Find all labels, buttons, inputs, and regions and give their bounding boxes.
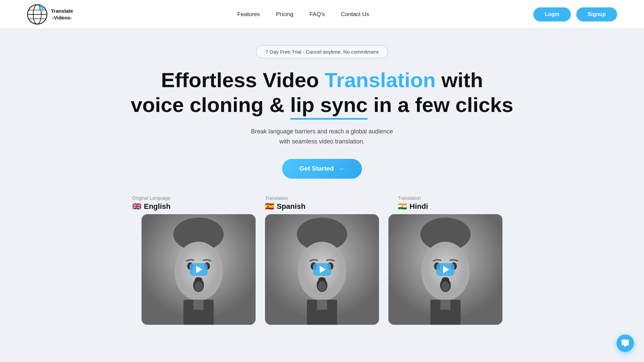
hero-subtitle: Break language barriers and reach a glob… (251, 126, 393, 147)
svg-rect-28 (317, 300, 327, 310)
login-button[interactable]: Login (533, 7, 571, 21)
demo-lang-1: 🇪🇸 Spanish (265, 202, 379, 211)
nav-features[interactable]: Features (237, 11, 260, 18)
hero-title: Effortless Video Translation with voice … (131, 68, 514, 118)
demo-video-card-0[interactable] (142, 214, 256, 325)
flag-1: 🇪🇸 (265, 202, 274, 211)
trial-badge: 7 Day Free Trial - Cancel anytime, No co… (256, 45, 388, 58)
play-button-2[interactable] (436, 263, 454, 276)
demo-label-title-0: Original Language (132, 195, 246, 201)
demo-label-title-1: Translation (265, 195, 379, 201)
demo-label-0: Original Language 🇬🇧 English (132, 195, 246, 211)
demo-label-1: Translation 🇪🇸 Spanish (265, 195, 379, 211)
demo-videos (127, 214, 517, 325)
demo-labels: Original Language 🇬🇧 English Translation… (127, 195, 517, 211)
demo-label-2: Translation 🇮🇳 Hindi (398, 195, 512, 211)
svg-point-15 (195, 281, 203, 291)
signup-button[interactable]: Signup (576, 7, 617, 21)
svg-rect-39 (440, 300, 450, 310)
logo-text: Translate -Videos- (51, 8, 73, 21)
video-thumbnail-1 (265, 214, 379, 325)
demo-lang-0: 🇬🇧 English (132, 202, 246, 211)
play-button-0[interactable] (190, 263, 208, 276)
demo-video-card-1[interactable] (265, 214, 379, 325)
chat-icon (621, 339, 630, 348)
site-header: ✕ Translate -Videos- Features Pricing FA… (0, 0, 644, 28)
demo-section: Original Language 🇬🇧 English Translation… (127, 195, 517, 325)
main-nav: Features Pricing FAQ's Contact Us (237, 11, 369, 18)
play-icon-0 (196, 266, 202, 273)
logo-icon: ✕ (27, 4, 48, 25)
play-icon-2 (443, 266, 449, 273)
demo-video-card-2[interactable] (388, 214, 502, 325)
nav-pricing[interactable]: Pricing (276, 11, 293, 18)
demo-label-title-2: Translation (398, 195, 512, 201)
get-started-button[interactable]: Get Started → (282, 159, 362, 179)
language-1: Spanish (277, 202, 306, 211)
flag-0: 🇬🇧 (132, 202, 141, 211)
video-thumbnail-2 (388, 214, 502, 325)
flag-2: 🇮🇳 (398, 202, 407, 211)
nav-faqs[interactable]: FAQ's (310, 11, 325, 18)
language-2: Hindi (410, 202, 428, 211)
play-button-1[interactable] (313, 263, 331, 276)
arrow-icon: → (338, 165, 344, 173)
svg-rect-17 (194, 300, 204, 310)
nav-contact[interactable]: Contact Us (341, 11, 369, 18)
language-0: English (144, 202, 170, 211)
hero-section: 7 Day Free Trial - Cancel anytime, No co… (0, 28, 644, 325)
logo[interactable]: ✕ Translate -Videos- (27, 4, 73, 25)
svg-point-37 (441, 281, 449, 291)
header-actions: Login Signup (533, 7, 617, 21)
play-icon-1 (320, 266, 326, 273)
video-thumbnail-0 (142, 214, 256, 325)
chat-bubble[interactable] (616, 335, 634, 352)
svg-text:✕: ✕ (40, 7, 43, 10)
demo-lang-2: 🇮🇳 Hindi (398, 202, 512, 211)
svg-point-26 (318, 281, 326, 291)
